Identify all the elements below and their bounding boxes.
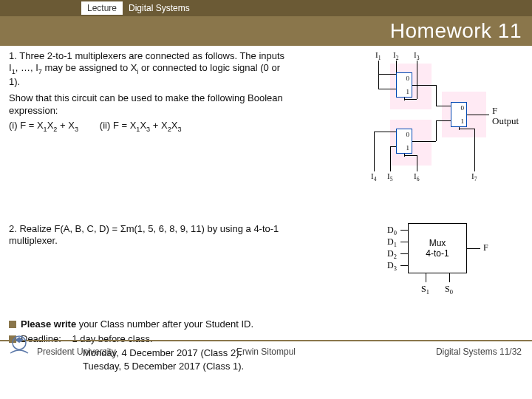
diagram-mux-4to1: D0 D1 D2 D3 Mux 4-to-1 F S1 S0	[355, 216, 510, 297]
footer-left: President University	[37, 347, 116, 357]
footer-center: Erwin Sitompul	[236, 347, 296, 357]
title-bar: Homework 11	[0, 16, 532, 46]
footer-right: Digital Systems 11/32	[436, 347, 522, 357]
lecture-chip: Lecture	[81, 1, 123, 15]
lecture-bar: Lecture Digital Systems	[0, 0, 532, 16]
footer: President University Erwin Sitompul Digi…	[0, 340, 532, 362]
university-logo	[4, 331, 34, 361]
course-name: Digital Systems	[129, 3, 190, 13]
q1-text-b: , …, I	[16, 62, 38, 73]
bullet-icon	[9, 321, 16, 328]
page-title: Homework 11	[390, 19, 522, 43]
q1-eq-i-a: (i) F = X	[9, 120, 44, 131]
question-2: 2. Realize F(A, B, C, D) = Σm(1, 5, 6, 8…	[9, 223, 290, 248]
mux-b: 01	[396, 129, 412, 154]
q1-text-2: Show that this circuit can be used to ma…	[9, 92, 283, 115]
slide-body: 1. Three 2-to-1 multiplexers are connect…	[0, 46, 532, 362]
q2-text: Realize F(A, B, C, D) = Σm(1, 5, 6, 8, 9…	[9, 223, 279, 246]
q1-number: 1.	[9, 50, 17, 61]
q1-eq-ii-a: (ii) F = X	[100, 120, 136, 131]
question-1: 1. Three 2-to-1 multiplexers are connect…	[9, 50, 290, 137]
mux-c: 01	[451, 102, 467, 127]
mux-a: 01	[396, 72, 412, 98]
diagram-mux-tree: I1 I2 I3 01 01 01 F Output I4 I5 I6 I7	[362, 50, 525, 183]
q2-number: 2.	[9, 223, 17, 234]
mux-block: Mux 4-to-1	[408, 223, 467, 273]
q1-text-c: may be assigned to X	[42, 62, 137, 73]
